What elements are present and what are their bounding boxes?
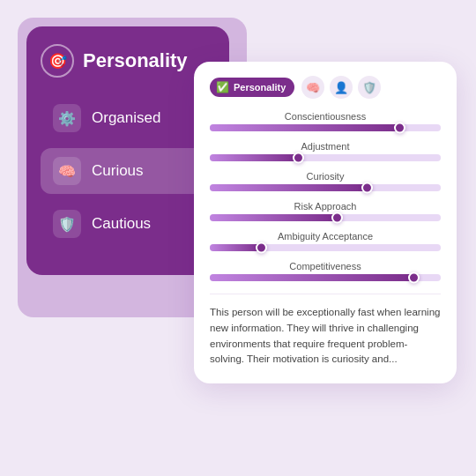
badge-label: Personality — [234, 82, 286, 93]
left-card-header-icon: 🎯 — [41, 44, 74, 78]
trait-risk-approach-dot — [331, 212, 343, 224]
header-icons-group: 🧠 👤 🛡️ — [301, 76, 381, 99]
trait-risk-approach: Risk Approach — [210, 201, 441, 221]
trait-adjustment-bar — [210, 154, 441, 161]
trait-adjustment-label: Adjustment — [210, 141, 441, 152]
trait-ambiguity-bar — [210, 244, 441, 251]
trait-curiosity-bar — [210, 184, 441, 191]
trait-competitiveness: Competitiveness — [210, 261, 441, 281]
header-shield-icon: 🛡️ — [358, 76, 381, 99]
trait-adjustment-dot — [293, 152, 304, 164]
trait-ambiguity-label: Ambiguity Acceptance — [210, 231, 441, 242]
organised-icon: ⚙️ — [53, 104, 81, 132]
trait-risk-approach-label: Risk Approach — [210, 201, 441, 212]
menu-item-curious-label: Curious — [92, 162, 144, 180]
left-card-title: Personality — [83, 49, 188, 72]
trait-adjustment: Adjustment — [210, 141, 441, 161]
trait-conscientiousness-label: Conscientiousness — [210, 111, 441, 122]
left-card-header: 🎯 Personality — [41, 44, 215, 78]
menu-item-cautious[interactable]: 🛡️ Cautious — [41, 201, 215, 247]
trait-curiosity-dot — [361, 182, 373, 194]
curious-icon: 🧠 — [53, 157, 81, 185]
trait-conscientiousness: Conscientiousness — [210, 111, 441, 131]
right-card-header: ✅ Personality 🧠 👤 🛡️ — [210, 76, 441, 99]
trait-ambiguity: Ambiguity Acceptance — [210, 231, 441, 251]
description-text: This person will be exceptionally fast w… — [210, 294, 441, 368]
trait-adjustment-fill — [210, 154, 298, 161]
trait-curiosity: Curiosity — [210, 171, 441, 191]
personality-badge: ✅ Personality — [210, 78, 294, 97]
trait-competitiveness-bar — [210, 274, 441, 281]
header-person-icon: 👤 — [330, 76, 353, 99]
cautious-icon: 🛡️ — [53, 210, 81, 238]
trait-risk-approach-fill — [210, 214, 337, 221]
trait-conscientiousness-dot — [394, 123, 405, 134]
right-card: ✅ Personality 🧠 👤 🛡️ Conscientiousness A… — [194, 62, 457, 383]
trait-competitiveness-fill — [210, 274, 413, 281]
badge-check-icon: ✅ — [216, 81, 229, 93]
menu-item-organised-label: Organised — [92, 109, 160, 127]
trait-risk-approach-bar — [210, 214, 441, 221]
trait-curiosity-fill — [210, 184, 367, 191]
menu-item-curious[interactable]: 🧠 Curious — [41, 148, 215, 194]
trait-conscientiousness-bar — [210, 124, 441, 131]
trait-competitiveness-dot — [408, 272, 420, 284]
trait-curiosity-label: Curiosity — [210, 171, 441, 182]
trait-ambiguity-fill — [210, 244, 261, 251]
menu-item-organised[interactable]: ⚙️ Organised — [41, 95, 215, 141]
trait-conscientiousness-fill — [210, 124, 399, 131]
trait-ambiguity-dot — [256, 242, 267, 254]
menu-item-cautious-label: Cautious — [92, 215, 151, 233]
header-brain-icon: 🧠 — [301, 76, 324, 99]
trait-competitiveness-label: Competitiveness — [210, 261, 441, 271]
